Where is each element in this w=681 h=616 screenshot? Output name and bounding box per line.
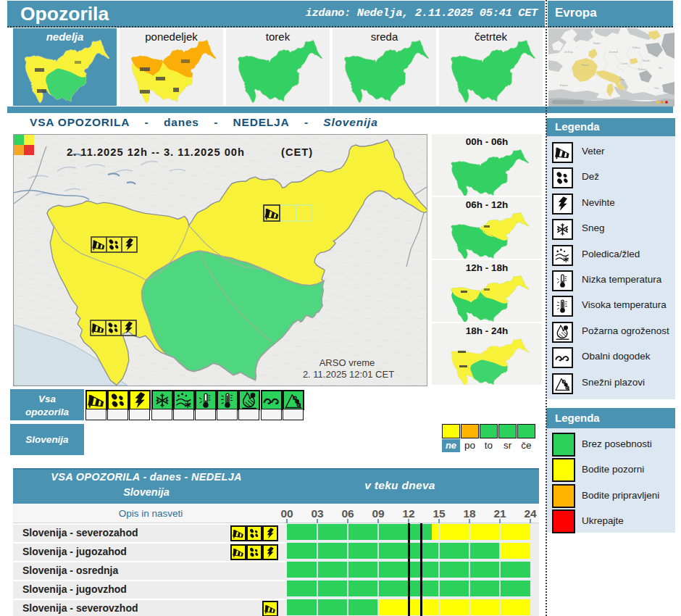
svg-text:(CET): (CET) — [281, 146, 313, 158]
svg-text:2. 11.2025 12h -- 3. 11.202: 2. 11.2025 12h -- 3. 11.2025 00h — [67, 146, 245, 158]
svg-text:Espana: Espana — [560, 84, 568, 87]
svg-text:Roman.: Roman. — [638, 68, 646, 71]
svg-text:Italia: Italia — [619, 78, 624, 81]
svg-text:Un.King.: Un.King. — [564, 51, 573, 54]
svg-text:France: France — [582, 64, 589, 67]
svg-text:Ukr.: Ukr. — [659, 67, 663, 70]
svg-text:Slovak.: Slovak. — [643, 59, 651, 62]
svg-text:Czech.: Czech. — [621, 62, 628, 65]
svg-text:Turk.: Turk. — [654, 87, 659, 90]
svg-text:ARSO vreme: ARSO vreme — [319, 357, 375, 368]
svg-text:Nederl.: Nederl. — [593, 42, 601, 45]
svg-text:Deutsch.: Deutsch. — [609, 51, 619, 54]
svg-text:2. 11.2025 12:01 CET: 2. 11.2025 12:01 CET — [303, 369, 394, 380]
svg-text:Polska: Polska — [632, 46, 640, 49]
